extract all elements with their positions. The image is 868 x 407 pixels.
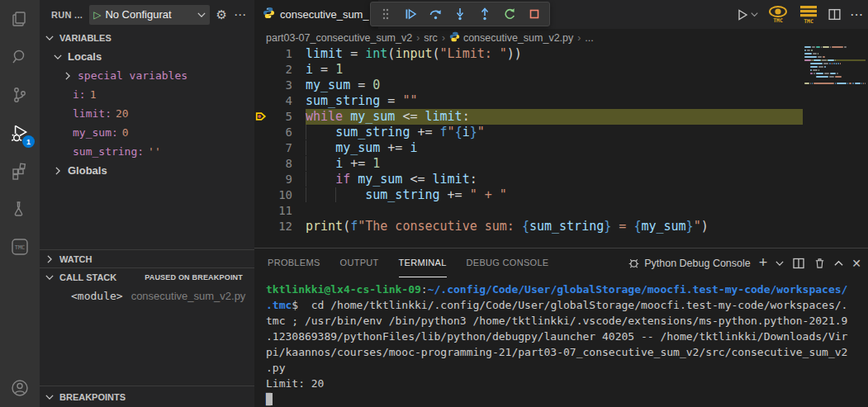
gear-icon[interactable]: ⚙ <box>216 7 227 22</box>
debug-step-out-button[interactable] <box>475 4 495 24</box>
chevron-right-icon <box>61 72 74 80</box>
code-line-11[interactable]: 11 <box>254 203 868 219</box>
explorer-icon[interactable] <box>0 0 40 38</box>
terminal-instance-selector[interactable]: Python Debug Console <box>628 257 751 269</box>
split-terminal-icon[interactable] <box>792 257 805 270</box>
chevron-down-icon <box>51 54 64 60</box>
code-line-1[interactable]: 1limit = int(input("Limit: ")) <box>254 46 868 62</box>
search-icon[interactable] <box>0 38 40 76</box>
debug-continue-button[interactable] <box>401 4 420 24</box>
start-debug-icon[interactable]: ▷ <box>93 9 101 21</box>
code-line-8[interactable]: 8 i += 1 <box>254 156 868 172</box>
code-line-4[interactable]: 4sum_string = "" <box>254 93 868 109</box>
gutter-6[interactable]: 6 <box>254 125 306 140</box>
tmc-menu-icon[interactable]: TMC <box>798 5 819 25</box>
globals-scope-row[interactable]: Globals <box>40 161 254 180</box>
breakpoints-section-header[interactable]: BREAKPOINTS <box>40 386 254 407</box>
frame-file: consecutive_sum_v2.py <box>131 290 246 302</box>
code-line-5[interactable]: 5while my_sum <= limit: <box>254 109 868 125</box>
panel-tab-output[interactable]: OUTPUT <box>340 248 379 277</box>
gutter-8[interactable]: 8 <box>254 156 306 172</box>
variables-section-header[interactable]: VARIABLES <box>40 29 254 47</box>
terminal-dropdown-icon[interactable] <box>776 260 784 267</box>
call-stack-section-header[interactable]: CALL STACK PAUSED ON BREAKPOINT <box>40 268 254 286</box>
gutter-1[interactable]: 1 <box>254 46 306 62</box>
code-line-9[interactable]: 9 if my_sum <= limit: <box>254 172 868 187</box>
gutter-3[interactable]: 3 <box>254 78 306 93</box>
more-actions-icon[interactable]: ⋯ <box>234 7 246 22</box>
tmc-submit-eye-icon[interactable]: TMC <box>766 5 790 25</box>
debug-step-over-button[interactable] <box>425 4 445 24</box>
debug-config-dropdown[interactable]: ▷ No Configurat <box>89 5 209 25</box>
breadcrumb-item[interactable]: part03-07_consecutive_sum_v2 <box>266 32 412 44</box>
variable-row-i[interactable]: i:1 <box>40 85 254 104</box>
more-actions-icon[interactable]: ⋯ <box>850 7 863 22</box>
close-panel-icon[interactable]: ✕ <box>851 257 861 270</box>
gutter-12[interactable]: 12 <box>254 219 306 234</box>
gutter-9[interactable]: 9 <box>254 172 306 187</box>
panel-tab-problems[interactable]: PROBLEMS <box>268 248 320 277</box>
variable-row-sum_string[interactable]: sum_string:'' <box>40 142 254 161</box>
breadcrumb-item[interactable]: ... <box>585 32 593 44</box>
panel-tab-terminal[interactable]: TERMINAL <box>399 248 447 277</box>
terminal-output[interactable]: tktlinkki@lx4-cs-link-09:~/.config/Code/… <box>266 282 861 407</box>
breadcrumb-item[interactable]: consecutive_sum_v2.py <box>449 31 573 45</box>
svg-text:TMC: TMC <box>773 17 783 24</box>
frame-name: <module> <box>71 290 123 302</box>
debug-restart-button[interactable] <box>500 4 519 24</box>
code-line-3[interactable]: 3my_sum = 0 <box>254 78 868 93</box>
terminal-line: .1230869389/pythonFiles/lib/python/debug… <box>266 329 861 344</box>
source-control-icon[interactable] <box>0 76 40 114</box>
panel-tab-debug-console[interactable]: DEBUG CONSOLE <box>467 248 549 277</box>
stack-frame-row[interactable]: <module> consecutive_sum_v2.py <box>40 286 254 305</box>
code-line-12[interactable]: 12print(f"The consecutive sum: {sum_stri… <box>254 219 868 234</box>
toolbar-grip-handle[interactable] <box>376 4 396 24</box>
bottom-panel: PROBLEMSOUTPUTTERMINALDEBUG CONSOLE Pyth… <box>254 248 868 407</box>
terminal-line: .py <box>266 360 861 376</box>
tab-bar: consecutive_sum_ <box>254 0 868 29</box>
code-line-6[interactable]: 6 sum_string += f"{i}" <box>254 125 868 140</box>
variable-row-limit[interactable]: limit:20 <box>40 104 254 123</box>
kill-terminal-icon[interactable] <box>813 257 826 270</box>
gutter-11[interactable]: 11 <box>254 203 306 219</box>
svg-text:TMC: TMC <box>804 18 813 25</box>
globals-label: Globals <box>68 164 107 177</box>
breadcrumb-separator: › <box>577 32 581 44</box>
run-and-debug-icon[interactable]: 1 <box>0 114 40 152</box>
account-icon[interactable] <box>0 369 40 407</box>
panel-tabs: PROBLEMSOUTPUTTERMINALDEBUG CONSOLE <box>268 248 548 277</box>
chevron-down-icon <box>43 394 56 400</box>
breadcrumb-item[interactable]: src <box>424 32 438 44</box>
chevron-down-icon <box>197 8 206 21</box>
run-python-file-button[interactable] <box>736 8 758 21</box>
test-beaker-icon[interactable] <box>0 190 40 228</box>
maximize-panel-icon[interactable] <box>834 260 843 267</box>
code-editor[interactable]: 1limit = int(input("Limit: "))2i = 13my_… <box>254 46 868 248</box>
tmc-extension-icon[interactable]: TMC <box>0 228 40 266</box>
new-terminal-icon[interactable]: + <box>759 254 768 272</box>
call-stack-title: CALL STACK <box>59 272 116 282</box>
locals-label: Locals <box>68 50 102 63</box>
gutter-5[interactable]: 5 <box>254 109 306 125</box>
panel-header: PROBLEMSOUTPUTTERMINALDEBUG CONSOLE Pyth… <box>254 248 868 277</box>
split-editor-icon[interactable] <box>828 7 842 21</box>
gutter-2[interactable]: 2 <box>254 62 306 78</box>
tab-consecutive-sum[interactable]: consecutive_sum_ <box>254 0 378 29</box>
variable-row-my_sum[interactable]: my_sum:0 <box>40 123 254 142</box>
minimap[interactable] <box>804 46 866 145</box>
gutter-7[interactable]: 7 <box>254 140 306 156</box>
code-lines: 1limit = int(input("Limit: "))2i = 13my_… <box>254 46 868 234</box>
watch-title: WATCH <box>59 254 92 264</box>
special-variables-row[interactable]: special variables <box>40 66 254 85</box>
code-line-10[interactable]: 10 sum_string += " + " <box>254 187 868 203</box>
watch-section-header[interactable]: WATCH <box>40 249 254 267</box>
debug-step-into-button[interactable] <box>450 4 470 24</box>
gutter-10[interactable]: 10 <box>254 187 306 203</box>
code-line-2[interactable]: 2i = 1 <box>254 62 868 78</box>
code-line-7[interactable]: 7 my_sum += i <box>254 140 868 156</box>
breadcrumb: part03-07_consecutive_sum_v2›src›consecu… <box>254 29 868 46</box>
debug-stop-button[interactable] <box>524 4 544 24</box>
locals-scope-row[interactable]: Locals <box>40 47 254 66</box>
extensions-icon[interactable] <box>0 152 40 190</box>
gutter-4[interactable]: 4 <box>254 93 306 109</box>
